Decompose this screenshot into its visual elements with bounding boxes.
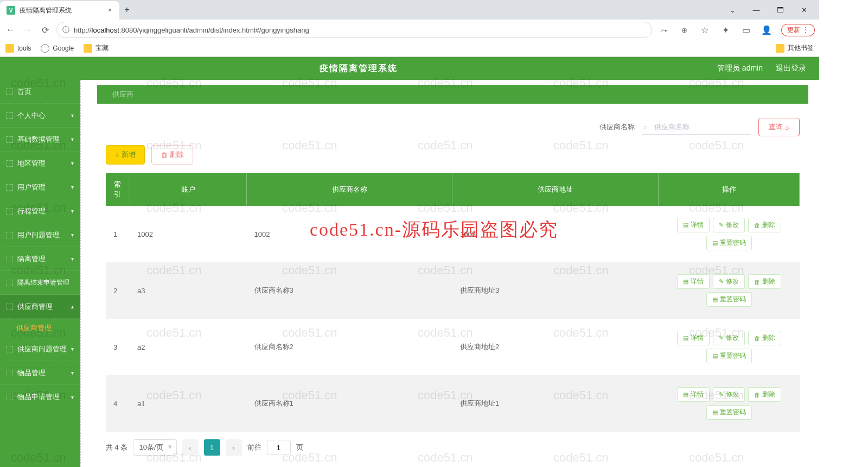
sidebar-item-label: 首页 <box>17 87 31 97</box>
menu-icon <box>7 256 13 262</box>
profile-icon[interactable]: 👤 <box>761 25 773 35</box>
search-icon: ⌕ <box>643 123 648 131</box>
op-detail[interactable]: ▤详情 <box>677 387 710 402</box>
op-reset-pwd[interactable]: ▤重置密码 <box>706 349 752 363</box>
page-size-select[interactable]: 10条/页 <box>133 439 176 456</box>
menu-icon <box>7 346 13 352</box>
app-title: 疫情隔离管理系统 <box>0 63 717 74</box>
cell-address: 供应商地址3 <box>452 262 659 319</box>
sidebar-item-issues[interactable]: 用户问题管理▾ <box>0 223 80 247</box>
op-delete[interactable]: 🗑删除 <box>748 387 781 402</box>
sidebar-sub-supplier[interactable]: 供应商管理 <box>0 319 80 337</box>
op-delete[interactable]: 🗑删除 <box>748 274 781 289</box>
edit-icon: ✎ <box>719 278 724 285</box>
chevron-down-icon: ▾ <box>71 346 74 352</box>
op-detail[interactable]: ▤详情 <box>677 331 710 345</box>
url-bar[interactable]: ⓘ http:// localhost :8080/yiqinggeliguan… <box>56 22 652 38</box>
bookmark-treasure[interactable]: 宝藏 <box>84 43 108 53</box>
url-rest: :8080/yiqinggeliguanli/admin/dist/index.… <box>119 26 309 34</box>
close-window-icon[interactable]: ✕ <box>792 6 816 14</box>
op-detail[interactable]: ▤详情 <box>677 274 710 289</box>
current-user[interactable]: 管理员 admin <box>717 64 763 73</box>
close-icon[interactable]: × <box>107 7 113 14</box>
panel-icon[interactable]: ▭ <box>740 25 752 35</box>
sidebar-item-goods-apply[interactable]: 物品申请管理▾ <box>0 385 80 409</box>
sidebar-item-supplier-issues[interactable]: 供应商问题管理▾ <box>0 337 80 361</box>
filter-row: 供应商名称 ⌕ 查询⌕ <box>86 104 819 142</box>
sidebar-item-users[interactable]: 用户管理▾ <box>0 175 80 199</box>
cell-address: 供应商地址1 <box>452 375 659 432</box>
sidebar-item-profile[interactable]: 个人中心▾ <box>0 104 80 128</box>
bookmark-tools[interactable]: tools <box>5 44 31 53</box>
dropdown-icon[interactable]: ⌄ <box>720 6 744 14</box>
nav-back-icon[interactable]: ← <box>4 25 16 35</box>
vue-favicon-icon: V <box>7 6 15 15</box>
menu-icon <box>7 394 13 400</box>
op-delete[interactable]: 🗑删除 <box>748 218 781 232</box>
star-icon[interactable]: ☆ <box>699 25 711 35</box>
logout-link[interactable]: 退出登录 <box>776 64 806 73</box>
password-icon[interactable]: 🗝 <box>658 26 669 34</box>
maximize-icon[interactable]: 🗖 <box>768 6 792 14</box>
sidebar-item-trips[interactable]: 行程管理▾ <box>0 199 80 223</box>
cell-name: 1002 <box>247 206 452 262</box>
op-edit[interactable]: ✎修改 <box>713 218 745 232</box>
cell-address: 供应商地址2 <box>452 319 659 375</box>
pager-goto-input[interactable] <box>267 440 291 455</box>
op-edit[interactable]: ✎修改 <box>713 331 745 345</box>
new-tab-button[interactable]: + <box>119 5 135 15</box>
query-button[interactable]: 查询⌕ <box>758 118 800 136</box>
col-ops: 操作 <box>659 173 800 206</box>
pager-total: 共 4 条 <box>106 443 127 452</box>
reload-icon[interactable]: ⟳ <box>39 25 51 35</box>
filter-label: 供应商名称 <box>599 122 635 132</box>
sidebar-item-basedata[interactable]: 基础数据管理▾ <box>0 128 80 152</box>
nav-forward-icon[interactable]: → <box>22 25 34 35</box>
trash-icon: 🗑 <box>754 279 760 285</box>
sidebar-item-isolation[interactable]: 隔离管理▾ <box>0 247 80 271</box>
sidebar-item-goods[interactable]: 物品管理▾ <box>0 361 80 385</box>
minimize-icon[interactable]: — <box>744 6 768 14</box>
site-info-icon[interactable]: ⓘ <box>62 25 69 35</box>
cell-index: 2 <box>106 262 130 319</box>
op-edit[interactable]: ✎修改 <box>713 387 745 402</box>
extensions-icon[interactable]: ✦ <box>719 25 731 35</box>
trash-icon: 🗑 <box>754 222 760 229</box>
edit-icon: ✎ <box>719 335 724 342</box>
browser-tab[interactable]: V 疫情隔离管理系统 × <box>0 1 119 20</box>
sidebar-item-isolation-end[interactable]: 隔离结束申请管理 <box>0 271 80 295</box>
op-edit[interactable]: ✎修改 <box>713 274 745 289</box>
chevron-down-icon: ▾ <box>71 160 74 166</box>
toolbar-right: 🗝 ⊕ ☆ ✦ ▭ 👤 更新⋮ <box>658 24 815 36</box>
add-button[interactable]: +新增 <box>106 145 145 165</box>
op-reset-pwd[interactable]: ▤重置密码 <box>706 292 752 307</box>
cell-account: a3 <box>130 262 247 319</box>
sidebar-item-supplier[interactable]: 供应商管理▴ <box>0 295 80 319</box>
browser-chrome: V 疫情隔离管理系统 × + ⌄ — 🗖 ✕ ← → ⟳ ⓘ http:// l… <box>0 0 819 57</box>
op-detail[interactable]: ▤详情 <box>677 218 710 232</box>
menu-icon <box>7 370 13 376</box>
supplier-name-input[interactable] <box>642 119 751 135</box>
op-reset-pwd[interactable]: ▤重置密码 <box>706 236 752 250</box>
menu-icon <box>7 160 13 167</box>
op-reset-pwd[interactable]: ▤重置密码 <box>706 405 752 420</box>
op-delete[interactable]: 🗑删除 <box>748 331 781 345</box>
bookmark-other[interactable]: 其他书签 <box>776 43 814 53</box>
sidebar-item-home[interactable]: 首页 <box>0 80 80 104</box>
pager-next[interactable]: › <box>226 439 242 456</box>
pager-page-1[interactable]: 1 <box>204 439 220 456</box>
sidebar-item-label: 地区管理 <box>17 159 46 168</box>
sidebar-item-region[interactable]: 地区管理▾ <box>0 152 80 175</box>
bookmark-google[interactable]: Google <box>41 44 74 53</box>
delete-button[interactable]: 🗑删除 <box>151 145 193 165</box>
menu-icon <box>7 280 13 286</box>
update-chip[interactable]: 更新⋮ <box>781 24 815 36</box>
table-row: 1100210021002▤详情✎修改🗑删除▤重置密码 <box>106 206 800 262</box>
tab-title: 疫情隔离管理系统 <box>20 6 72 15</box>
sidebar-item-label: 个人中心 <box>17 111 46 121</box>
sidebar-item-label: 用户管理 <box>17 182 46 192</box>
chevron-down-icon: ▾ <box>71 112 74 118</box>
translate-icon[interactable]: ⊕ <box>678 26 690 34</box>
pager-prev[interactable]: ‹ <box>182 439 199 456</box>
tab-strip: V 疫情隔离管理系统 × + ⌄ — 🗖 ✕ <box>0 0 819 20</box>
